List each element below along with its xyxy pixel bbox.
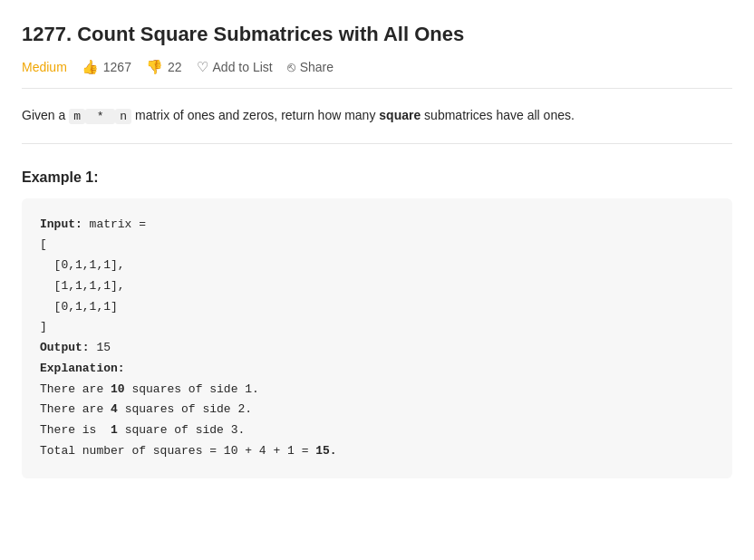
problem-title: 1277. Count Square Submatrices with All … <box>22 22 732 48</box>
problem-title-text: Count Square Submatrices with All Ones <box>77 23 464 45</box>
thumbs-up-count: 1267 <box>103 60 131 74</box>
code-m: m <box>69 109 85 124</box>
share-icon: ⎋ <box>287 59 295 74</box>
code-n: n <box>115 109 131 124</box>
thumbs-up-icon: 👍 <box>82 59 99 75</box>
page-container: 1277. Count Square Submatrices with All … <box>0 0 754 500</box>
problem-statement: Given a m * n matrix of ones and zeros, … <box>22 105 732 144</box>
share-label: Share <box>300 60 334 74</box>
share-button[interactable]: ⎋ Share <box>287 59 334 74</box>
add-to-list-label: Add to List <box>213 60 273 74</box>
problem-number: 1277. <box>22 23 72 45</box>
add-to-list-button[interactable]: ♡ Add to List <box>197 59 273 75</box>
example-title: Example 1: <box>22 169 732 186</box>
statement-suffix: matrix of ones and zeros, return how man… <box>131 108 379 122</box>
meta-row: Medium 👍 1267 👎 22 ♡ Add to List ⎋ Share <box>22 59 732 89</box>
example-code-block: Input: matrix = [ [0,1,1,1], [1,1,1,1], … <box>22 198 732 478</box>
bold-word: square <box>379 108 420 122</box>
thumbs-down-item[interactable]: 👎 22 <box>146 59 182 75</box>
thumbs-up-item[interactable]: 👍 1267 <box>82 59 131 75</box>
thumbs-down-icon: 👎 <box>146 59 163 75</box>
statement-end: submatrices have all ones. <box>420 108 575 122</box>
heart-icon: ♡ <box>197 59 208 75</box>
statement-prefix: Given a <box>22 108 69 122</box>
code-star: * <box>85 109 115 124</box>
example-section: Example 1: Input: matrix = [ [0,1,1,1], … <box>22 169 732 478</box>
thumbs-down-count: 22 <box>168 60 182 74</box>
difficulty-badge: Medium <box>22 60 67 74</box>
